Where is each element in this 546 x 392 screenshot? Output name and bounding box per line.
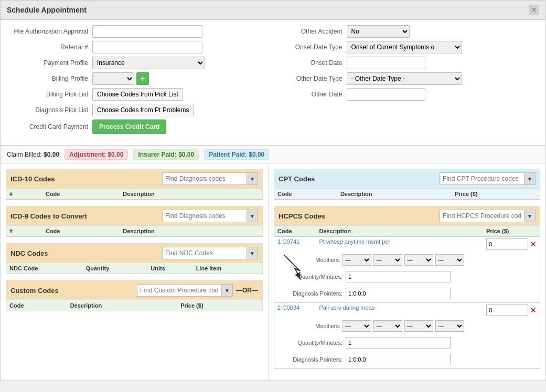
custom-col-code: Code <box>6 300 67 311</box>
cpt-table: Code Description Price ($) <box>274 188 540 200</box>
modifier-select-0-1[interactable]: --- <box>373 254 402 266</box>
billing-profile-select[interactable] <box>92 72 134 85</box>
custom-find-input[interactable] <box>137 285 221 296</box>
quantity-container-0: Quantity/Minutes: <box>277 269 537 284</box>
diagnosis-pick-button[interactable]: Choose Codes from Pt Problems <box>92 104 194 116</box>
modifier-select-0-2[interactable]: --- <box>404 254 433 266</box>
cpt-find-input[interactable] <box>440 173 524 184</box>
modifier-select-1-1[interactable]: --- <box>373 320 402 332</box>
hcpcs-entry-desc: Pall serv during meas <box>316 302 484 318</box>
modal-title: Schedule Appointment <box>7 6 87 14</box>
pre-auth-row: Pre Authorization Approval <box>8 25 268 38</box>
hcpcs-modifiers-row: Modifiers: ------------ <box>274 252 540 268</box>
icd9-find-arrow[interactable]: ▼ <box>247 210 258 222</box>
diagnosis-pick-label: Diagnosis Pick List <box>8 106 92 114</box>
hcpcs-code-link-0[interactable]: 1 G9741 <box>277 238 299 245</box>
modifier-select-1-2[interactable]: --- <box>404 320 433 332</box>
close-button[interactable]: × <box>529 5 539 15</box>
icd10-header: ICD-10 Codes ▼ <box>6 169 263 188</box>
icd10-find-arrow[interactable]: ▼ <box>247 173 258 184</box>
payment-profile-label: Payment Profile <box>8 59 92 67</box>
quantity-input-1[interactable] <box>346 337 451 349</box>
cpt-section: CPT Codes ▼ Code Description Price ($) <box>274 169 540 200</box>
diagnosis-pointers-input-0[interactable] <box>346 288 451 299</box>
icd9-col-code: Code <box>42 226 120 237</box>
ndc-section: NDC Codes ▼ NDC Code Quantity Units Line… <box>6 243 263 274</box>
ndc-table: NDC Code Quantity Units Line Item <box>6 263 263 274</box>
modal-header: Schedule Appointment × <box>1 1 545 20</box>
hcpcs-col-price: Price ($) <box>483 226 540 237</box>
credit-card-row: Credit Card Payment Process Credit Card <box>8 119 268 134</box>
cpt-find-container[interactable]: ▼ <box>440 172 536 185</box>
ndc-col-code: NDC Code <box>6 263 83 274</box>
icd10-title: ICD-10 Codes <box>10 175 55 183</box>
hcpcs-code-link-1[interactable]: 2 G0034 <box>277 304 299 311</box>
ndc-find-container[interactable]: ▼ <box>162 247 258 259</box>
modifier-select-0-3[interactable]: --- <box>435 254 464 266</box>
icd10-col-code: Code <box>42 189 120 200</box>
ndc-find-input[interactable] <box>163 247 247 259</box>
icd10-find-container[interactable]: ▼ <box>162 172 258 185</box>
icd9-col-desc: Description <box>120 226 262 237</box>
insurer-paid-badge: Insurer Paid: $0.00 <box>133 149 199 160</box>
ndc-find-arrow[interactable]: ▼ <box>247 247 258 259</box>
icd9-title: ICD-9 Codes to Convert <box>10 212 87 220</box>
custom-find-arrow[interactable]: ▼ <box>221 285 232 296</box>
other-date-input[interactable] <box>347 88 425 101</box>
claim-billed: Claim Billed: $0.00 <box>7 151 59 158</box>
billing-pick-button[interactable]: Choose Codes from Pick List <box>92 88 183 101</box>
credit-card-button[interactable]: Process Credit Card <box>92 119 166 134</box>
hcpcs-find-input[interactable] <box>440 210 524 222</box>
referral-row: Referral # <box>8 41 268 53</box>
icd10-find-input[interactable] <box>163 173 247 184</box>
modifier-select-0-0[interactable]: --- <box>342 254 371 266</box>
icd10-section: ICD-10 Codes ▼ # Code Description <box>6 169 263 200</box>
hcpcs-col-desc: Description <box>316 226 484 237</box>
summary-bar: Claim Billed: $0.00 Adjustment: $0.00 In… <box>1 146 545 164</box>
cpt-title: CPT Codes <box>279 175 315 183</box>
other-date-type-select[interactable]: - Other Date Type - <box>347 72 462 85</box>
hcpcs-delete-button-1[interactable]: ✕ <box>530 306 537 314</box>
schedule-appointment-modal: Schedule Appointment × Pre Authorization… <box>0 0 546 381</box>
payment-profile-select[interactable]: Insurance <box>92 57 205 69</box>
hcpcs-find-arrow[interactable]: ▼ <box>524 210 535 222</box>
form-section: Pre Authorization Approval Referral # Pa… <box>1 20 545 146</box>
hcpcs-col-code: Code <box>274 226 316 237</box>
modifier-select-1-3[interactable]: --- <box>435 320 464 332</box>
icd9-find-container[interactable]: ▼ <box>162 210 258 222</box>
custom-section: Custom Codes ▼ —OR— Code Description <box>6 280 263 311</box>
hcpcs-price-input-1[interactable] <box>486 304 528 316</box>
quantity-container-1: Quantity/Minutes: <box>277 335 537 350</box>
onset-date-type-row: Onset Date Type Onset of Current Symptom… <box>279 41 538 53</box>
modifiers-container-1: Modifiers: ------------ <box>277 319 537 333</box>
icd10-col-num: # <box>6 189 42 200</box>
add-billing-profile-button[interactable]: + <box>136 72 149 85</box>
quantity-input-0[interactable] <box>346 271 451 282</box>
billing-pick-label: Billing Pick List <box>8 91 92 98</box>
other-date-label: Other Date <box>279 91 347 98</box>
hcpcs-find-container[interactable]: ▼ <box>440 210 536 222</box>
diagnosis-pointers-label-1: Diagnosis Pointers: <box>277 356 346 363</box>
custom-find-container[interactable]: ▼ <box>137 284 233 297</box>
hcpcs-diagnosis-row: Diagnosis Pointers: <box>274 351 540 368</box>
referral-input[interactable] <box>92 41 202 53</box>
hcpcs-delete-button-0[interactable]: ✕ <box>530 240 537 248</box>
icd9-find-input[interactable] <box>163 210 247 222</box>
cpt-header: CPT Codes ▼ <box>274 169 540 188</box>
hcpcs-entry-price-cell: ✕ <box>483 237 540 252</box>
diagnosis-pointers-container-1: Diagnosis Pointers: <box>277 352 537 367</box>
custom-title: Custom Codes <box>10 287 59 295</box>
onset-date-input[interactable] <box>347 57 425 69</box>
diagnosis-pointers-input-1[interactable] <box>346 354 451 365</box>
cpt-find-arrow[interactable]: ▼ <box>524 173 535 184</box>
pre-auth-input[interactable] <box>92 25 202 38</box>
hcpcs-price-input-0[interactable] <box>486 238 528 250</box>
onset-date-type-select[interactable]: Onset of Current Symptoms o <box>347 41 462 53</box>
custom-table: Code Description Price ($) <box>6 300 263 311</box>
other-accident-select[interactable]: No <box>347 25 410 38</box>
billing-profile-label: Billing Profile <box>8 75 92 82</box>
modifier-select-1-0[interactable]: --- <box>342 320 371 332</box>
icd10-table: # Code Description <box>6 188 263 200</box>
hcpcs-entry-desc: Pt whosp anytime msmt per <box>316 237 484 252</box>
diagnosis-pick-row: Diagnosis Pick List Choose Codes from Pt… <box>8 104 268 116</box>
